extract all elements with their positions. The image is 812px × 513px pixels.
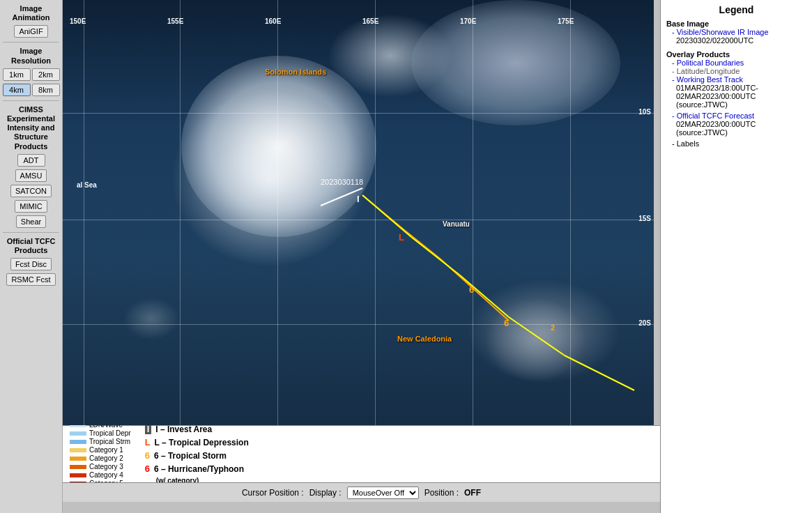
overlay-official-fcst[interactable]: - Official TCFC Forecast (672, 112, 806, 120)
lon-label-165e: 165E (362, 17, 378, 25)
legend-row-cat4: Category 4 (70, 471, 131, 479)
ts-symbol: 6 (145, 450, 150, 461)
map-container[interactable]: 150E 155E 160E 165E 170E 175E 10S 15S 20… (63, 0, 654, 425)
svg-text:L: L (399, 232, 404, 243)
base-image-section: Base Image - Visible/Shorwave IR Image 2… (666, 20, 806, 45)
btn-mimic[interactable]: MIMIC (15, 200, 47, 213)
legend-row-cat3: Category 3 (70, 463, 131, 470)
lon-label-160e: 160E (265, 17, 281, 25)
track-symbol-legend: I I – Invest Area L L – Tropical Depress… (145, 424, 249, 484)
invest-symbol: I (145, 424, 152, 434)
satellite-image: 150E 155E 160E 165E 170E 175E 10S 15S 20… (63, 0, 654, 425)
display-label: Display : (309, 488, 342, 498)
invest-legend-row: I I – Invest Area (145, 424, 249, 434)
base-image-item[interactable]: - Visible/Shorwave IR Image (672, 28, 806, 36)
vanuatu-label: Vanuatu (443, 220, 470, 228)
btn-fcst-disc[interactable]: Fcst Disc (10, 258, 52, 270)
grid-v-1 (180, 0, 181, 425)
resolution-row-1: 1km 2km (3, 68, 60, 81)
td-label: L – Tropical Depression (155, 438, 249, 447)
overlay-labels: - Labels (672, 139, 806, 148)
grid-h-2 (63, 220, 654, 220)
bottom-legend: LDN/Wave Tropical Depr Tropical Strm (63, 425, 660, 482)
label-cat4: Category 4 (89, 471, 123, 479)
new-caledonia-label: New Caledonia (397, 335, 452, 343)
overlay-track-source1: (source:JTWC) (676, 100, 806, 109)
legend-title: Legend (666, 4, 806, 15)
overlay-track-date1: 01MAR2023/18:00UTC- (676, 84, 806, 92)
hurr-legend-row: 6 6 – Hurricane/Typhoon (145, 464, 249, 474)
overlay-fcst-date: 02MAR2023/00:00UTC (676, 120, 806, 128)
label-cat2: Category 2 (89, 454, 123, 462)
divider-2 (3, 100, 59, 101)
btn-8km[interactable]: 8km (32, 84, 60, 96)
legend-row-ts: Tropical Strm (70, 438, 131, 445)
cloud-patch-3 (467, 279, 620, 383)
grid-v-4 (473, 0, 473, 425)
lon-label-150e: 150E (70, 17, 86, 25)
lat-label-10s: 10S (638, 108, 651, 116)
base-image-date: 20230302/022000UTC (676, 36, 806, 45)
grid-h-3 (63, 324, 654, 325)
lon-label-175e: 175E (558, 17, 574, 25)
resolution-row-2: 4km 8km (3, 84, 60, 96)
btn-2km[interactable]: 2km (32, 68, 60, 81)
position-label: Position : (424, 488, 459, 498)
overlay-fcst-source: (source:JTWC) (676, 128, 806, 137)
ts-label: 6 – Tropical Storm (154, 451, 227, 461)
label-cat3: Category 3 (89, 463, 123, 470)
swatch-cat2 (70, 457, 86, 461)
overlay-section: Overlay Products - Political Boundaries … (666, 50, 806, 148)
position-value: OFF (464, 488, 481, 498)
coral-sea-label: al Sea (77, 181, 97, 189)
lat-label-15s: 15S (638, 215, 651, 222)
left-sidebar: Image Animation AniGIF Image Resolution … (0, 0, 63, 513)
official-tcfc-title: Official TCFC Products (3, 237, 59, 255)
image-resolution-title: Image Resolution (3, 47, 59, 65)
btn-1km[interactable]: 1km (3, 68, 31, 81)
intensity-color-legend: LDN/Wave Tropical Depr Tropical Strm (70, 421, 131, 487)
btn-shear[interactable]: Shear (16, 215, 46, 228)
divider-3 (3, 232, 59, 233)
display-select[interactable]: MouseOver Off MouseOver On (347, 487, 419, 499)
svg-text:6: 6 (469, 284, 474, 295)
overlay-political[interactable]: - Political Boundaries (672, 59, 806, 67)
image-animation-title: Image Animation (3, 4, 59, 22)
legend-row-cat1: Category 1 (70, 446, 131, 454)
anigif-button[interactable]: AniGIF (14, 25, 47, 38)
label-ts: Tropical Strm (89, 438, 130, 445)
swatch-cat4 (70, 473, 86, 477)
td-legend-row: L L – Tropical Depression (145, 437, 249, 447)
swatch-ts (70, 440, 86, 444)
legend-row-cat2: Category 2 (70, 454, 131, 462)
svg-line-7 (411, 237, 460, 275)
divider-1 (3, 42, 59, 43)
right-legend-panel: Legend Base Image - Visible/Shorwave IR … (660, 0, 812, 513)
hurr-symbol: 6 (145, 464, 150, 474)
legend-row-td: Tropical Depr (70, 429, 131, 437)
grid-v-0 (84, 0, 84, 425)
base-image-label: Base Image (666, 20, 806, 28)
btn-adt[interactable]: ADT (17, 154, 45, 167)
cloud-patch-2 (411, 0, 620, 125)
btn-4km[interactable]: 4km (3, 84, 31, 96)
lon-label-170e: 170E (460, 17, 476, 25)
svg-line-6 (362, 195, 411, 237)
solomon-islands-label: Solomon Islands (265, 68, 326, 76)
btn-amsu[interactable]: AMSU (15, 169, 47, 182)
overlay-latlng: - Latitude/Longitude (672, 67, 806, 75)
svg-line-3 (404, 230, 439, 258)
overlay-working-track[interactable]: - Working Best Track (672, 75, 806, 84)
cimss-title: CIMSS Experimental Intensity and Structu… (3, 105, 59, 151)
hurr-label: 6 – Hurricane/Typhoon (154, 464, 244, 474)
overlay-track-date2: 02MAR2023/00:00UTC (676, 92, 806, 100)
lat-label-20s: 20S (638, 319, 651, 327)
btn-satcon[interactable]: SATCON (10, 185, 52, 197)
cursor-bar: Cursor Position : Display : MouseOver Of… (63, 482, 660, 502)
td-symbol: L (145, 437, 151, 447)
label-td: Tropical Depr (89, 429, 131, 437)
swatch-cat3 (70, 465, 86, 469)
svg-line-2 (362, 195, 404, 230)
btn-rsmc-fcst[interactable]: RSMC Fcst (6, 273, 55, 286)
invest-label: I – Invest Area (155, 424, 212, 434)
